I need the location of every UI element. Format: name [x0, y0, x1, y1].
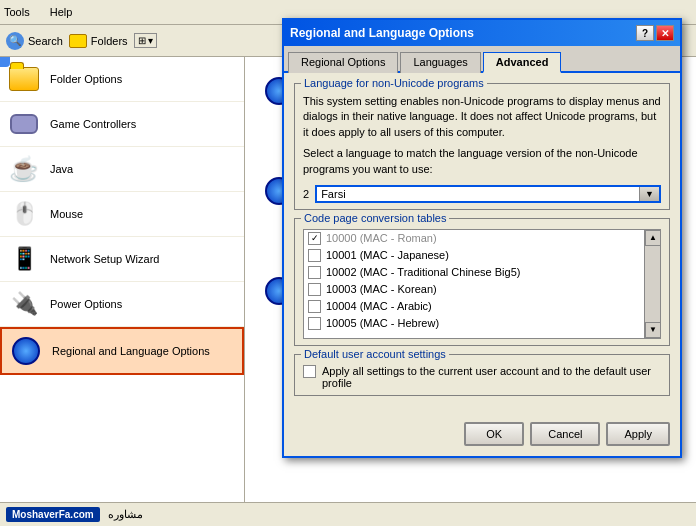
folders-icon	[69, 34, 87, 48]
sidebar-item-network-setup-wizard[interactable]: 📱 Network Setup Wizard	[0, 237, 244, 282]
sidebar-item-java[interactable]: ☕ Java	[0, 147, 244, 192]
java-label: Java	[50, 163, 73, 175]
codepage-item-10005[interactable]: 10005 (MAC - Hebrew)	[304, 315, 660, 332]
tab-advanced-label: Advanced	[496, 56, 549, 68]
java-icon: ☕	[8, 153, 40, 185]
lang-section: Language for non-Unicode programs This s…	[294, 83, 670, 210]
status-bar: MoshaverFa.com مشاوره	[0, 502, 696, 526]
tab-languages-label: Languages	[413, 56, 467, 68]
regional-language-label: Regional and Language Options	[52, 345, 210, 357]
dialog-titlebar: Regional and Language Options ? ✕	[284, 20, 680, 46]
lang-select-row: 2 Farsi ▼	[303, 185, 661, 203]
codepage-checkbox-10004[interactable]	[308, 300, 321, 313]
codepage-label: Code page conversion tables	[301, 212, 449, 224]
default-user-row: Apply all settings to the current user a…	[303, 365, 661, 389]
folder-options-icon	[8, 63, 40, 95]
help-menu[interactable]: Help	[50, 6, 73, 18]
statusbar-fa-text: مشاوره	[108, 508, 143, 521]
codepage-checkbox-10001[interactable]	[308, 249, 321, 262]
search-icon: 🔍	[6, 32, 24, 50]
codepage-label-10004: 10004 (MAC - Arabic)	[326, 300, 432, 312]
search-button[interactable]: 🔍 Search	[6, 32, 63, 50]
ok-button[interactable]: OK	[464, 422, 524, 446]
lang-section-text: This system setting enables non-Unicode …	[303, 94, 661, 140]
default-user-checkbox[interactable]	[303, 365, 316, 378]
sidebar-arrow	[0, 57, 10, 67]
regional-language-dialog: Regional and Language Options ? ✕ Region…	[282, 18, 682, 458]
codepage-item-10000[interactable]: ✓10000 (MAC - Roman)	[304, 230, 660, 247]
apply-button[interactable]: Apply	[606, 422, 670, 446]
codepage-scrollbar[interactable]: ▲ ▼	[644, 230, 660, 338]
default-user-text: Apply all settings to the current user a…	[322, 365, 661, 389]
codepage-label-10000: 10000 (MAC - Roman)	[326, 232, 437, 244]
lang-section-label: Language for non-Unicode programs	[301, 77, 487, 89]
default-user-label: Default user account settings	[301, 348, 449, 360]
sidebar-item-mouse[interactable]: 🖱️ Mouse	[0, 192, 244, 237]
mouse-icon: 🖱️	[8, 198, 40, 230]
view-button[interactable]: ⊞ ▾	[134, 33, 158, 48]
lang-number: 2	[303, 188, 309, 200]
dialog-content: Language for non-Unicode programs This s…	[284, 73, 680, 416]
scroll-down-arrow[interactable]: ▼	[645, 322, 661, 338]
default-user-section: Default user account settings Apply all …	[294, 354, 670, 396]
mouse-label: Mouse	[50, 208, 83, 220]
game-controllers-label: Game Controllers	[50, 118, 136, 130]
sidebar-item-regional-language[interactable]: Regional and Language Options	[0, 327, 244, 375]
tools-menu[interactable]: Tools	[4, 6, 30, 18]
dialog-controls: ? ✕	[636, 25, 674, 41]
codepage-item-10004[interactable]: 10004 (MAC - Arabic)	[304, 298, 660, 315]
codepage-label-10001: 10001 (MAC - Japanese)	[326, 249, 449, 261]
dialog-title: Regional and Language Options	[290, 26, 474, 40]
codepage-label-10003: 10003 (MAC - Korean)	[326, 283, 437, 295]
tab-languages[interactable]: Languages	[400, 52, 480, 73]
dialog-tabs: Regional Options Languages Advanced	[284, 46, 680, 73]
codepage-list: ✓10000 (MAC - Roman)10001 (MAC - Japanes…	[303, 229, 661, 339]
sidebar-item-game-controllers[interactable]: Game Controllers	[0, 102, 244, 147]
codepage-item-10002[interactable]: 10002 (MAC - Traditional Chinese Big5)	[304, 264, 660, 281]
power-options-icon: 🔌	[8, 288, 40, 320]
lang-dropdown[interactable]: Farsi ▼	[315, 185, 661, 203]
tab-regional-options[interactable]: Regional Options	[288, 52, 398, 73]
codepage-item-10001[interactable]: 10001 (MAC - Japanese)	[304, 247, 660, 264]
tab-advanced[interactable]: Advanced	[483, 52, 562, 73]
dialog-help-button[interactable]: ?	[636, 25, 654, 41]
game-controllers-icon	[8, 108, 40, 140]
codepage-checkbox-10000[interactable]: ✓	[308, 232, 321, 245]
folder-options-label: Folder Options	[50, 73, 122, 85]
network-setup-wizard-icon: 📱	[8, 243, 40, 275]
codepage-checkbox-10005[interactable]	[308, 317, 321, 330]
codepage-checkbox-10003[interactable]	[308, 283, 321, 296]
search-label: Search	[28, 35, 63, 47]
sidebar-item-folder-options[interactable]: Folder Options	[0, 57, 244, 102]
codepage-checkbox-10002[interactable]	[308, 266, 321, 279]
sidebar-item-power-options[interactable]: 🔌 Power Options	[0, 282, 244, 327]
codepage-items: ✓10000 (MAC - Roman)10001 (MAC - Japanes…	[304, 230, 660, 332]
cancel-button[interactable]: Cancel	[530, 422, 600, 446]
folders-label: Folders	[91, 35, 128, 47]
codepage-label-10005: 10005 (MAC - Hebrew)	[326, 317, 439, 329]
scroll-up-arrow[interactable]: ▲	[645, 230, 661, 246]
dialog-footer: OK Cancel Apply	[284, 416, 680, 456]
network-setup-wizard-label: Network Setup Wizard	[50, 253, 159, 265]
dialog-close-button[interactable]: ✕	[656, 25, 674, 41]
scroll-thumb[interactable]	[646, 247, 659, 321]
lang-dropdown-arrow[interactable]: ▼	[639, 187, 659, 201]
lang-select-prompt: Select a language to match the language …	[303, 146, 661, 177]
tab-regional-options-label: Regional Options	[301, 56, 385, 68]
folders-button[interactable]: Folders	[69, 34, 128, 48]
power-options-label: Power Options	[50, 298, 122, 310]
sidebar: Folder Options Game Controllers ☕ Java 🖱…	[0, 57, 245, 502]
codepage-item-10003[interactable]: 10003 (MAC - Korean)	[304, 281, 660, 298]
regional-language-icon	[10, 335, 42, 367]
statusbar-logo: MoshaverFa.com	[6, 507, 100, 522]
codepage-section: Code page conversion tables ✓10000 (MAC …	[294, 218, 670, 346]
codepage-label-10002: 10002 (MAC - Traditional Chinese Big5)	[326, 266, 520, 278]
lang-selected-value: Farsi	[317, 187, 639, 201]
